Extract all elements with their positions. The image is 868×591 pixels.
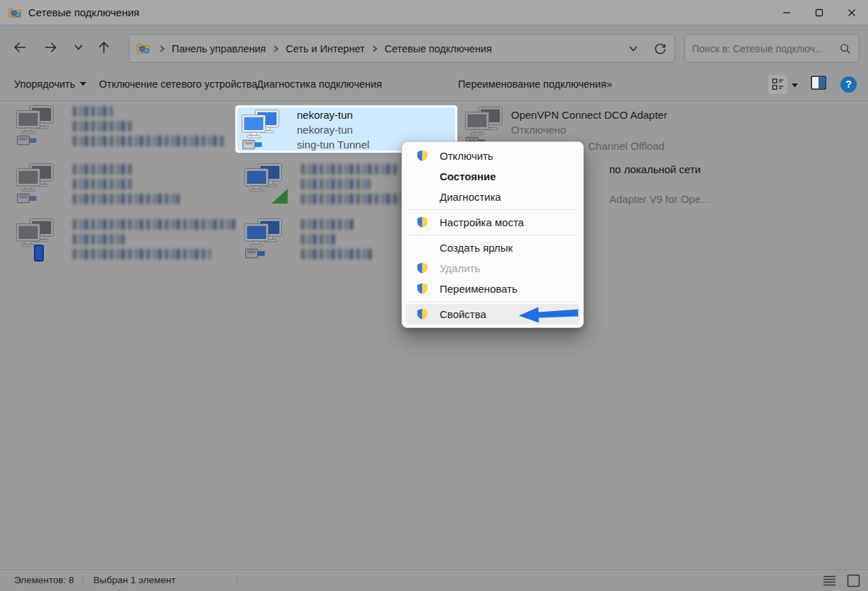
context-menu: Отключить Состояние Диагностика Настройк… [401, 141, 584, 328]
phone-device-icon [34, 245, 44, 262]
search-icon [839, 42, 852, 55]
menu-label: Создать ярлык [440, 242, 512, 254]
adapter-icon-active [244, 218, 285, 259]
disable-device-label: Отключение сетевого устройства [99, 78, 257, 90]
signal-strength-icon [271, 189, 288, 204]
breadcrumb-network-internet[interactable]: Сеть и Интернет [283, 43, 368, 54]
hidden-item-device-fragment: Adapter V9 for Ope… [609, 192, 711, 206]
status-separator [237, 575, 237, 586]
adapter-icon-disabled [16, 105, 57, 146]
close-icon [848, 8, 856, 17]
navigation-bar: Панель управления Сеть и Интернет Сетевы… [0, 26, 868, 68]
adapter-icon-bluetooth [16, 218, 57, 259]
menu-label: Диагностика [440, 191, 501, 203]
connection-item-redacted-2[interactable] [16, 163, 228, 209]
status-separator [83, 575, 83, 586]
address-folder-icon [136, 42, 150, 54]
maximize-button[interactable] [803, 0, 835, 25]
window-title: Сетевые подключения [28, 6, 139, 18]
connection-name: OpenVPN Connect DCO Adapter [511, 107, 667, 122]
annotation-arrow-icon [517, 303, 580, 325]
ethernet-plug-icon [16, 134, 37, 146]
menu-item-diagnose[interactable]: Диагностика [406, 187, 580, 207]
address-dropdown-icon[interactable] [628, 43, 639, 54]
connection-item-redacted-3[interactable] [16, 218, 228, 264]
menu-separator [409, 301, 576, 302]
menu-item-disconnect[interactable]: Отключить [406, 146, 580, 166]
status-bar: Элементов: 8 Выбран 1 элемент [0, 569, 868, 591]
back-button[interactable] [8, 37, 32, 58]
network-connections-icon [8, 7, 21, 18]
search-box [684, 34, 860, 63]
details-view-toggle-icon[interactable] [822, 573, 837, 588]
forward-button[interactable] [39, 37, 63, 58]
menu-label: Отключить [440, 150, 493, 162]
menu-separator [409, 209, 576, 210]
help-question-label: ? [845, 78, 852, 90]
ethernet-plug-icon [245, 247, 266, 259]
rename-connection-label: Переименование подключения [458, 78, 606, 90]
selection-count-label: Выбран 1 элемент [93, 575, 175, 585]
search-input[interactable] [692, 43, 839, 54]
recent-locations-button[interactable] [66, 37, 90, 58]
overflow-chevrons-label: » [606, 78, 612, 90]
minimize-button[interactable] [770, 0, 803, 25]
connection-device: sing-tun Tunnel [297, 137, 370, 152]
maximize-icon [815, 8, 823, 17]
preview-pane-icon [811, 76, 826, 90]
breadcrumb-chevron-icon [370, 44, 379, 54]
hidden-item-name-fragment: по локальной сети [609, 162, 700, 177]
window-controls [770, 0, 868, 25]
breadcrumb-network-connections[interactable]: Сетевые подключения [382, 43, 495, 54]
connection-status: Отключено [511, 122, 667, 137]
menu-label: Состояние [440, 170, 496, 182]
large-icons-view-toggle-icon[interactable] [846, 573, 861, 588]
menu-label: Удалить [440, 262, 480, 274]
menu-label: Переименовать [440, 283, 517, 295]
menu-label: Настройка моста [440, 216, 524, 228]
uac-shield-icon [416, 282, 429, 296]
organize-button[interactable]: Упорядочить [14, 68, 86, 100]
view-mode-button[interactable] [768, 75, 787, 94]
menu-item-bridge-connections[interactable]: Настройка моста [406, 212, 580, 233]
rename-connection-button[interactable]: Переименование подключения [458, 68, 606, 100]
network-connections-window: Сетевые подключения [0, 0, 868, 591]
refresh-icon[interactable] [653, 42, 667, 56]
preview-pane-button[interactable] [811, 76, 826, 93]
close-button[interactable] [835, 0, 868, 25]
back-icon [12, 40, 28, 55]
menu-item-delete: Удалить [406, 258, 580, 279]
address-bar[interactable]: Панель управления Сеть и Интернет Сетевы… [129, 34, 675, 63]
menu-separator [409, 235, 576, 235]
organize-label: Упорядочить [14, 78, 75, 90]
redacted-text-lines [301, 163, 401, 209]
redacted-text-lines [73, 105, 225, 151]
up-button[interactable] [92, 37, 116, 58]
minimize-icon [782, 8, 791, 17]
title-bar: Сетевые подключения [0, 0, 868, 25]
breadcrumb-chevron-icon [158, 44, 166, 54]
breadcrumb-control-panel[interactable]: Панель управления [169, 43, 269, 54]
toolbar-overflow-button[interactable]: » [606, 68, 612, 100]
ethernet-plug-icon [16, 192, 37, 204]
openvpn-device-fragment: Channel Offload [588, 139, 664, 153]
adapter-icon-disabled [16, 163, 57, 204]
up-icon [96, 40, 112, 55]
chevron-down-icon [73, 42, 84, 53]
view-mode-icon [771, 77, 785, 91]
adapter-icon-active [241, 109, 282, 150]
menu-item-status[interactable]: Состояние [406, 166, 580, 187]
help-button[interactable]: ? [840, 76, 857, 93]
menu-label: Свойства [440, 308, 486, 320]
adapter-icon-wifi [244, 163, 285, 204]
disable-device-button[interactable]: Отключение сетевого устройства [99, 68, 257, 100]
view-mode-caret-icon[interactable] [792, 78, 798, 90]
ethernet-plug-icon [242, 138, 263, 151]
breadcrumb-chevron-icon [271, 44, 280, 54]
connection-item-redacted-1[interactable] [16, 105, 228, 151]
menu-item-rename[interactable]: Переименовать [406, 279, 580, 299]
connection-status: nekoray-tun [297, 122, 370, 137]
diagnose-connection-button[interactable]: Диагностика подключения [257, 68, 382, 100]
menu-item-create-shortcut[interactable]: Создать ярлык [406, 238, 580, 258]
command-toolbar: Упорядочить Отключение сетевого устройст… [0, 68, 868, 101]
